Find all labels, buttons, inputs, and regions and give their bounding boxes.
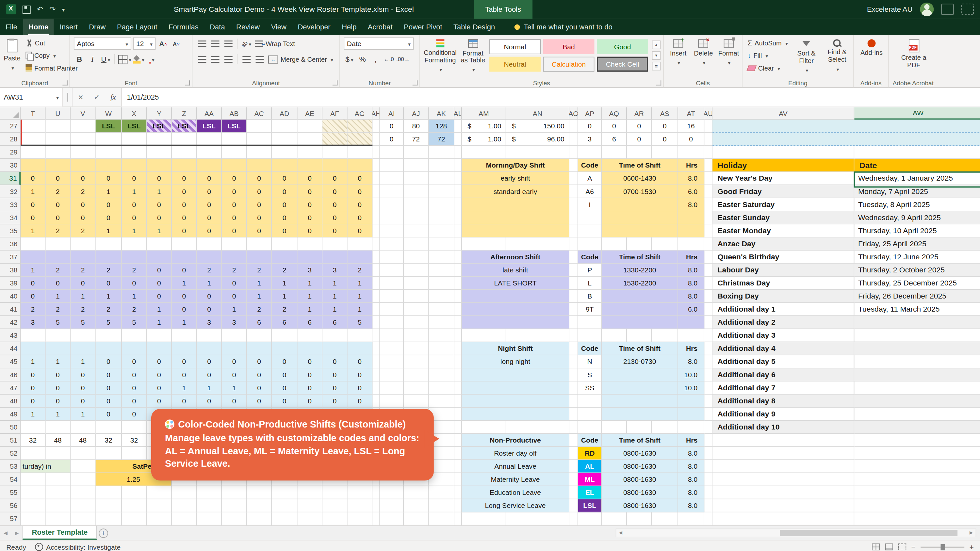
grid-cell[interactable] [372,198,380,211]
cell-AG45[interactable]: 0 [348,356,373,368]
grid-cell[interactable] [854,460,980,473]
cell-T46[interactable]: 0 [21,368,46,381]
cell-X34[interactable]: 0 [122,211,147,224]
grid-cell[interactable] [404,237,429,251]
cell-AI27[interactable]: 0 [380,119,404,133]
grid-cell[interactable] [21,447,46,460]
grid-cell[interactable] [570,513,578,526]
grid-cell[interactable] [602,421,627,434]
create-pdf-button[interactable]: Create a PDF [895,38,932,74]
grid-cell[interactable] [454,172,462,185]
grid-cell[interactable] [570,264,578,277]
cell-AM42[interactable] [462,316,570,329]
cell-AF30[interactable] [323,159,348,172]
cell-AW33[interactable]: Tuesday, 8 April 2025 [854,198,980,211]
cell-AG37[interactable] [348,251,373,264]
cell-AE46[interactable]: 0 [298,368,323,381]
cell-T30[interactable] [21,159,46,172]
zoom-slider-thumb[interactable] [940,544,945,550]
cell-V38[interactable]: 2 [70,264,96,277]
cell-AQ42[interactable] [602,316,678,329]
cell-X51[interactable]: 32 [122,434,147,447]
grid-cell[interactable] [323,146,348,159]
cell-AF32[interactable]: 0 [323,185,348,198]
tab-developer[interactable]: Developer [292,19,336,35]
grid-cell[interactable] [454,395,462,408]
grid-cell[interactable] [70,146,96,159]
grid-cell[interactable] [172,237,197,251]
grid-cell[interactable] [46,421,71,434]
grid-cell[interactable] [506,421,570,434]
cell-AT34[interactable] [678,211,704,224]
cell-AB27[interactable]: LSL [222,119,247,133]
name-box-splitter[interactable] [63,88,73,106]
cell-AT54[interactable]: 8.0 [678,473,704,486]
tab-page-layout[interactable]: Page Layout [111,19,163,35]
cell-AF27[interactable] [323,119,348,133]
cell-AE31[interactable]: 0 [298,172,323,185]
grid-cell[interactable] [372,342,380,356]
cell-AQ31[interactable]: 0600-1430 [602,172,678,185]
sheet-tab-roster-template[interactable]: Roster Template [22,526,97,540]
grid-cell[interactable] [570,421,578,434]
cell-AD48[interactable]: 0 [272,395,297,408]
grid-cell[interactable] [627,146,652,159]
cell-Y48[interactable]: 0 [147,395,172,408]
increase-decimal-button[interactable] [383,53,394,65]
alignment-dialog-launcher[interactable] [332,80,337,85]
grid-cell[interactable] [404,159,429,172]
find-select-button[interactable]: Find & Select [824,38,851,74]
grid-cell[interactable] [854,499,980,513]
grid-cell[interactable] [854,434,980,447]
grid-cell[interactable] [704,473,713,486]
row-header-33[interactable]: 33 [0,198,21,211]
cell-X31[interactable]: 0 [122,172,147,185]
cell-AF46[interactable]: 0 [323,368,348,381]
cell-AA41[interactable]: 0 [197,303,222,316]
grid-cell[interactable] [570,303,578,316]
cell-AG31[interactable]: 0 [348,172,373,185]
cell-V35[interactable]: 2 [70,224,96,237]
grid-cell[interactable] [429,224,454,237]
grid-cell[interactable] [404,251,429,264]
cell-W41[interactable]: 2 [96,303,122,316]
cell-AE45[interactable]: 0 [298,356,323,368]
cell-Y27[interactable]: LSL [147,119,172,133]
grid-cell[interactable] [172,486,197,499]
grid-cell[interactable] [380,381,404,395]
cell-T45[interactable]: 1 [21,356,46,368]
grid-cell[interactable] [372,237,380,251]
cell-AV35[interactable]: Easter Monday [713,224,854,237]
cell-V31[interactable]: 0 [70,172,96,185]
col-header-V[interactable]: V [70,107,96,119]
cell-AC46[interactable]: 0 [247,368,272,381]
row-header-44[interactable]: 44 [0,342,21,356]
cell-AA33[interactable]: 0 [197,198,222,211]
cell-AF41[interactable]: 1 [323,303,348,316]
grid-cell[interactable] [380,146,404,159]
cell-AW45[interactable] [854,356,980,368]
grid-cell[interactable] [380,329,404,342]
grid-cell[interactable] [578,421,602,434]
grid-cell[interactable] [70,119,96,133]
grid-cell[interactable] [21,146,46,159]
tab-view[interactable]: View [265,19,292,35]
grid-cell[interactable] [172,146,197,159]
grid-cell[interactable] [222,146,247,159]
grid-cell[interactable] [704,329,713,342]
cell-AP28[interactable]: 3 [578,133,602,146]
tab-formulas[interactable]: Formulas [163,19,204,35]
grid-cell[interactable] [429,277,454,290]
grid-cell[interactable] [454,342,462,356]
cell-style-good[interactable]: Good [597,39,648,54]
grid-cell[interactable] [404,395,429,408]
normal-view-icon[interactable] [872,543,880,550]
grid-cell[interactable] [96,421,122,434]
grid-cell[interactable] [96,329,122,342]
decrease-indent-button[interactable] [241,53,252,65]
align-bottom-button[interactable] [223,38,234,50]
grid-cell[interactable] [122,513,147,526]
cell-AA35[interactable]: 0 [197,224,222,237]
cell-AW38[interactable]: Thursday, 2 October 2025 [854,264,980,277]
insert-function-icon[interactable]: fx [105,88,121,106]
